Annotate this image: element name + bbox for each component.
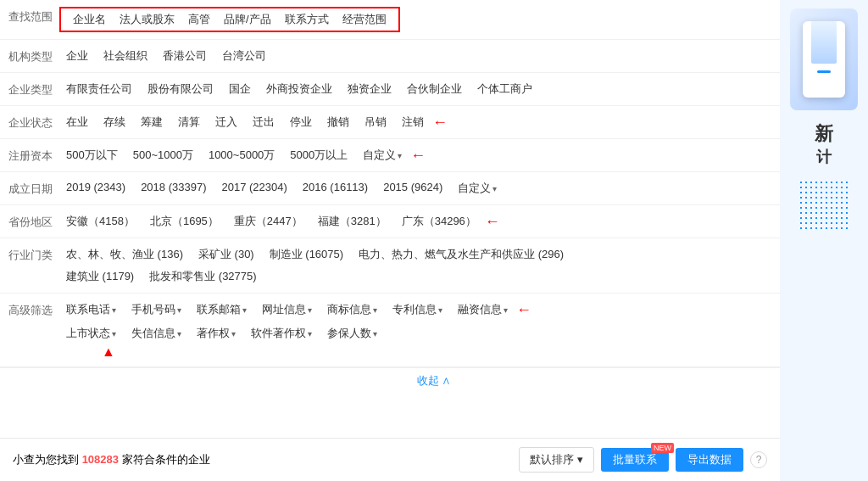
- status-active[interactable]: 在业: [59, 113, 95, 131]
- type-sole[interactable]: 独资企业: [341, 80, 398, 98]
- org-type-social[interactable]: 社会组织: [97, 47, 154, 65]
- capital-lt500[interactable]: 500万以下: [59, 146, 125, 165]
- capital-500-1000[interactable]: 500~1000万: [126, 146, 200, 165]
- adv-mobile[interactable]: 手机号码 ▾: [125, 300, 188, 319]
- org-type-label: 机构类型: [8, 47, 59, 64]
- adv-finance[interactable]: 融资信息 ▾: [451, 300, 515, 319]
- province-chongqing[interactable]: 重庆（2447）: [227, 212, 309, 231]
- date-2019[interactable]: 2019 (2343): [59, 179, 132, 198]
- result-prefix: 小查为您找到: [13, 453, 82, 466]
- found-date-items: 2019 (2343) 2018 (33397) 2017 (22304) 20…: [59, 179, 821, 198]
- capital-gt5000[interactable]: 5000万以上: [283, 146, 354, 165]
- arrow-triangle: ▲: [102, 344, 115, 360]
- province-label: 省份地区: [8, 212, 59, 230]
- status-existing[interactable]: 存续: [97, 113, 132, 131]
- date-custom[interactable]: 自定义 ▾: [451, 179, 504, 198]
- search-scope-box: 企业名 法人或股东 高管 品牌/产品 联系方式 经营范围: [59, 7, 400, 32]
- status-blacklisted[interactable]: 吊销: [358, 113, 393, 131]
- industry-wholesale[interactable]: 批发和零售业 (32775): [142, 267, 263, 286]
- capital-custom[interactable]: 自定义 ▾: [356, 146, 409, 165]
- type-partnership[interactable]: 合伙制企业: [400, 80, 469, 98]
- scope-item-company[interactable]: 企业名: [66, 10, 113, 29]
- scope-item-exec[interactable]: 高管: [181, 10, 217, 29]
- type-jsc[interactable]: 股份有限公司: [141, 80, 220, 98]
- org-type-enterprise[interactable]: 企业: [59, 47, 95, 65]
- status-suspended[interactable]: 停业: [283, 113, 319, 131]
- type-state[interactable]: 国企: [222, 80, 258, 98]
- date-2017[interactable]: 2017 (22304): [214, 179, 293, 198]
- adv-patent[interactable]: 专利信息 ▾: [386, 300, 449, 319]
- adv-dishonest[interactable]: 失信信息 ▾: [125, 324, 188, 343]
- company-type-items: 有限责任公司 股份有限公司 国企 外商投资企业 独资企业 合伙制企业 个体工商户: [59, 80, 860, 98]
- status-liquidating[interactable]: 清算: [171, 113, 207, 131]
- found-date-wrapper: 2019 (2343) 2018 (33397) 2017 (22304) 20…: [59, 179, 860, 198]
- advanced-label: 高级筛选: [8, 300, 59, 318]
- adv-software-copyright[interactable]: 软件著作权 ▾: [244, 324, 319, 343]
- company-status-row: 企业状态 在业 存续 筹建 清算 迁入 迁出 停业 撤销 吊销 注销 ←: [0, 106, 868, 139]
- reg-capital-label: 注册资本: [8, 146, 59, 164]
- province-wrapper: 安徽（4158） 北京（1695） 重庆（2447） 福建（3281） 广东（3…: [59, 212, 860, 231]
- adv-phone[interactable]: 联系电话 ▾: [59, 300, 123, 319]
- adv-insured[interactable]: 参保人数 ▾: [320, 324, 384, 343]
- sort-button[interactable]: 默认排序 ▾: [519, 447, 594, 473]
- adv-trademark[interactable]: 商标信息 ▾: [320, 300, 384, 319]
- result-text: 小查为您找到 108283 家符合条件的企业: [13, 452, 210, 467]
- found-date-label: 成立日期: [8, 179, 59, 197]
- date-2018[interactable]: 2018 (33397): [134, 179, 213, 198]
- type-foreign[interactable]: 外商投资企业: [259, 80, 339, 98]
- sidebar-sub-text: 计: [816, 148, 832, 165]
- bottom-actions: 默认排序 ▾ 批量联系 NEW 导出数据 ?: [519, 447, 767, 473]
- scope-item-legal[interactable]: 法人或股东: [113, 10, 181, 29]
- adv-email[interactable]: 联系邮箱 ▾: [190, 300, 253, 319]
- adv-listing[interactable]: 上市状态 ▾: [59, 324, 123, 343]
- capital-1000-5000[interactable]: 1000~5000万: [202, 146, 281, 165]
- type-individual[interactable]: 个体工商户: [470, 80, 539, 98]
- org-type-hk[interactable]: 香港公司: [156, 47, 214, 65]
- scope-item-scope[interactable]: 经营范围: [336, 10, 393, 29]
- org-type-row: 机构类型 企业 社会组织 香港公司 台湾公司: [0, 40, 868, 73]
- org-type-tw[interactable]: 台湾公司: [215, 47, 273, 65]
- help-icon[interactable]: ?: [750, 451, 767, 468]
- export-button[interactable]: 导出数据: [676, 448, 743, 472]
- batch-button[interactable]: 批量联系 NEW: [601, 448, 669, 472]
- advanced-row1: 联系电话 ▾ 手机号码 ▾ 联系邮箱 ▾ 网址信息 ▾ 商标信息 ▾ 专利信息 …: [59, 300, 860, 319]
- industry-mfg[interactable]: 制造业 (16075): [263, 245, 350, 264]
- industry-label: 行业门类: [8, 245, 59, 263]
- status-preparing[interactable]: 筹建: [134, 113, 170, 131]
- adv-website[interactable]: 网址信息 ▾: [255, 300, 319, 319]
- date-2016[interactable]: 2016 (16113): [296, 179, 375, 198]
- province-fujian[interactable]: 福建（3281）: [311, 212, 393, 231]
- right-sidebar: 新 计: [780, 0, 868, 481]
- province-row: 省份地区 安徽（4158） 北京（1695） 重庆（2447） 福建（3281）…: [0, 205, 868, 238]
- company-type-label: 企业类型: [8, 80, 59, 98]
- industry-construction[interactable]: 建筑业 (1179): [59, 267, 141, 286]
- province-guangdong[interactable]: 广东（34296）: [395, 212, 483, 231]
- company-status-label: 企业状态: [8, 113, 59, 131]
- status-moved-in[interactable]: 迁入: [209, 113, 244, 131]
- found-date-row: 成立日期 2019 (2343) 2018 (33397) 2017 (2230…: [0, 172, 868, 205]
- date-2015[interactable]: 2015 (9624): [376, 179, 449, 198]
- sidebar-new-text: 新: [815, 123, 833, 144]
- arrow-advanced: ←: [516, 301, 531, 319]
- status-cancelled[interactable]: 注销: [395, 113, 431, 131]
- reg-capital-row: 注册资本 500万以下 500~1000万 1000~5000万 5000万以上…: [0, 139, 868, 172]
- industry-agri[interactable]: 农、林、牧、渔业 (136): [59, 245, 190, 264]
- province-beijing[interactable]: 北京（1695）: [143, 212, 225, 231]
- industry-row: 行业门类 农、林、牧、渔业 (136) 采矿业 (30) 制造业 (16075)…: [0, 238, 868, 294]
- status-moved-out[interactable]: 迁出: [246, 113, 281, 131]
- scope-item-contact[interactable]: 联系方式: [278, 10, 336, 29]
- advanced-items-wrapper: 联系电话 ▾ 手机号码 ▾ 联系邮箱 ▾ 网址信息 ▾ 商标信息 ▾ 专利信息 …: [59, 300, 860, 360]
- province-anhui[interactable]: 安徽（4158）: [59, 212, 142, 231]
- industry-utility[interactable]: 电力、热力、燃气及水生产和供应业 (296): [352, 245, 570, 264]
- industry-items-row1: 农、林、牧、渔业 (136) 采矿业 (30) 制造业 (16075) 电力、热…: [59, 245, 860, 264]
- adv-copyright[interactable]: 著作权 ▾: [190, 324, 242, 343]
- province-items: 安徽（4158） 北京（1695） 重庆（2447） 福建（3281） 广东（3…: [59, 212, 821, 231]
- capital-custom-arrow: ▾: [398, 151, 402, 160]
- bottom-bar: 小查为您找到 108283 家符合条件的企业 默认排序 ▾ 批量联系 NEW 导…: [0, 438, 780, 481]
- status-revoked[interactable]: 撤销: [320, 113, 356, 131]
- type-limited[interactable]: 有限责任公司: [59, 80, 139, 98]
- collapse-button[interactable]: 收起 ∧: [417, 373, 452, 389]
- scope-item-brand[interactable]: 品牌/产品: [217, 10, 278, 29]
- industry-mining[interactable]: 采矿业 (30): [192, 245, 261, 264]
- reg-capital-items: 500万以下 500~1000万 1000~5000万 5000万以上 自定义 …: [59, 146, 860, 165]
